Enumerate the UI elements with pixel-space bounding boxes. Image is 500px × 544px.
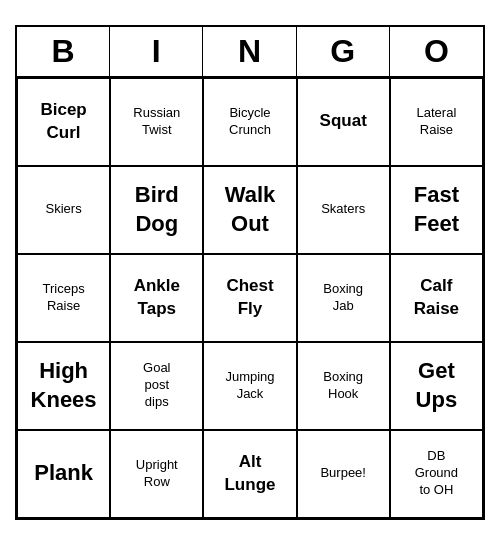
bingo-cell-12: Chest Fly [203, 254, 296, 342]
bingo-cell-1: Russian Twist [110, 78, 203, 166]
bingo-cell-3: Squat [297, 78, 390, 166]
cell-text: Bicycle Crunch [229, 105, 271, 139]
bingo-card: BINGO Bicep CurlRussian TwistBicycle Cru… [15, 25, 485, 520]
bingo-grid: Bicep CurlRussian TwistBicycle CrunchSqu… [17, 78, 483, 518]
cell-text: Boxing Jab [323, 281, 363, 315]
bingo-cell-21: Upright Row [110, 430, 203, 518]
cell-text: Boxing Hook [323, 369, 363, 403]
bingo-cell-16: Goal post dips [110, 342, 203, 430]
bingo-cell-9: Fast Feet [390, 166, 483, 254]
cell-text: Upright Row [136, 457, 178, 491]
bingo-cell-11: Ankle Taps [110, 254, 203, 342]
bingo-cell-13: Boxing Jab [297, 254, 390, 342]
bingo-cell-17: Jumping Jack [203, 342, 296, 430]
bingo-cell-14: Calf Raise [390, 254, 483, 342]
header-letter: I [110, 27, 203, 76]
cell-text: Get Ups [416, 357, 458, 414]
bingo-cell-10: Triceps Raise [17, 254, 110, 342]
header-letter: B [17, 27, 110, 76]
cell-text: Lateral Raise [417, 105, 457, 139]
bingo-cell-19: Get Ups [390, 342, 483, 430]
cell-text: Walk Out [225, 181, 276, 238]
bingo-cell-20: Plank [17, 430, 110, 518]
cell-text: Skaters [321, 201, 365, 218]
bingo-cell-7: Walk Out [203, 166, 296, 254]
cell-text: Triceps Raise [43, 281, 85, 315]
cell-text: High Knees [31, 357, 97, 414]
header-letter: G [297, 27, 390, 76]
bingo-cell-4: Lateral Raise [390, 78, 483, 166]
cell-text: Bicep Curl [40, 99, 86, 143]
cell-text: Squat [320, 110, 367, 132]
bingo-cell-23: Burpee! [297, 430, 390, 518]
header-letter: O [390, 27, 483, 76]
cell-text: Fast Feet [414, 181, 459, 238]
bingo-cell-0: Bicep Curl [17, 78, 110, 166]
cell-text: Chest Fly [226, 275, 273, 319]
cell-text: Ankle Taps [134, 275, 180, 319]
bingo-header: BINGO [17, 27, 483, 78]
bingo-cell-2: Bicycle Crunch [203, 78, 296, 166]
cell-text: Goal post dips [143, 360, 170, 411]
cell-text: DB Ground to OH [415, 448, 458, 499]
header-letter: N [203, 27, 296, 76]
bingo-cell-15: High Knees [17, 342, 110, 430]
cell-text: Russian Twist [133, 105, 180, 139]
bingo-cell-8: Skaters [297, 166, 390, 254]
bingo-cell-5: Skiers [17, 166, 110, 254]
bingo-cell-22: Alt Lunge [203, 430, 296, 518]
cell-text: Jumping Jack [225, 369, 274, 403]
bingo-cell-24: DB Ground to OH [390, 430, 483, 518]
cell-text: Calf Raise [414, 275, 459, 319]
cell-text: Alt Lunge [224, 451, 275, 495]
cell-text: Bird Dog [135, 181, 179, 238]
cell-text: Burpee! [320, 465, 366, 482]
cell-text: Skiers [46, 201, 82, 218]
bingo-cell-18: Boxing Hook [297, 342, 390, 430]
cell-text: Plank [34, 459, 93, 488]
bingo-cell-6: Bird Dog [110, 166, 203, 254]
